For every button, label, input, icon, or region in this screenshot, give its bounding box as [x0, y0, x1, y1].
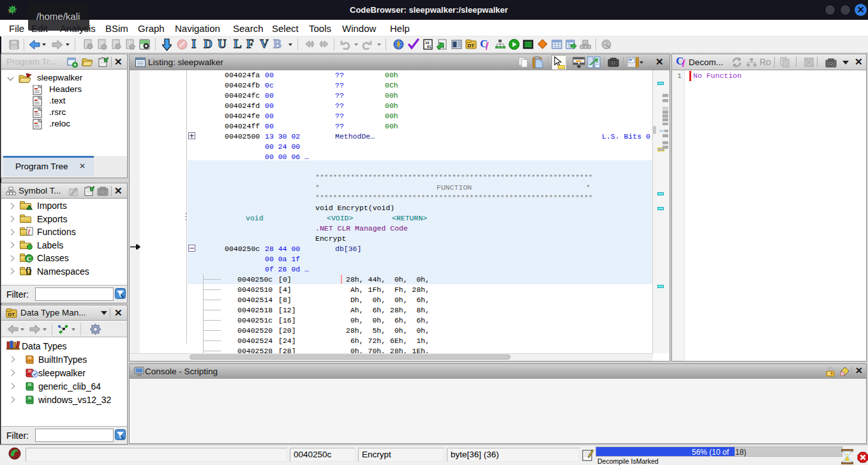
- svg-text:C: C: [27, 255, 31, 263]
- svg-text:01: 01: [427, 45, 431, 49]
- svg-text:DT: DT: [468, 43, 475, 49]
- svg-text:DT: DT: [8, 312, 15, 317]
